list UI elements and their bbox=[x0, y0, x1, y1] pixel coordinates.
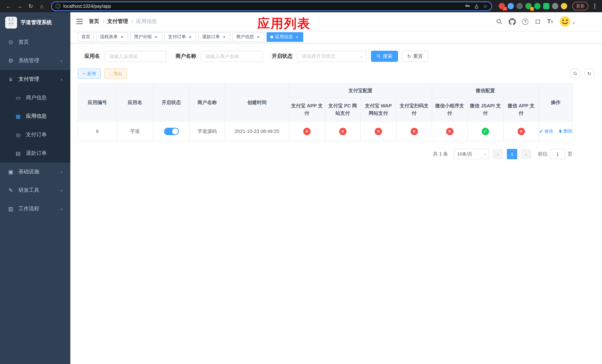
sidebar-item-infra[interactable]: ▣ 基础设施 ∨ bbox=[0, 162, 70, 181]
briefcase-icon: ▥ bbox=[7, 205, 14, 212]
goto-page-input[interactable] bbox=[550, 149, 565, 159]
sidebar-item-devtools[interactable]: ✎ 研发工具 ∨ bbox=[0, 181, 70, 200]
cell-alipay-app: × bbox=[289, 121, 325, 141]
page-size-select[interactable]: 10条/页 ∨ bbox=[454, 149, 489, 159]
tab-home[interactable]: 首页 bbox=[78, 32, 94, 42]
bookmark-star-icon[interactable]: ☆ bbox=[483, 3, 488, 9]
font-size-icon[interactable]: TT bbox=[547, 19, 553, 24]
header-actions: 操作 bbox=[539, 84, 573, 121]
close-icon[interactable]: × bbox=[119, 34, 124, 39]
cell-alipay-wap: × bbox=[360, 121, 396, 141]
extensions-pin-icon[interactable] bbox=[552, 3, 558, 9]
reload-icon[interactable]: ↻ bbox=[26, 2, 35, 11]
table-row: 6 芋道 芋道源码 2021-10-23 08:49:25 × × × × × bbox=[78, 121, 573, 141]
tab-merchant-info[interactable]: 商户信息× bbox=[233, 32, 264, 42]
navbar-actions: ? TT ▾ bbox=[496, 16, 596, 27]
refresh-button[interactable]: ↻ bbox=[584, 68, 595, 79]
header-app-name: 应用名 bbox=[117, 84, 153, 121]
delete-link[interactable]: 删除 bbox=[558, 128, 572, 134]
gear-icon: ⚙ bbox=[7, 57, 14, 64]
header-group-alipay: 支付宝配置 bbox=[289, 84, 432, 97]
home-icon[interactable]: ⌂ bbox=[37, 2, 47, 11]
sidebar-toggle-icon[interactable] bbox=[76, 19, 83, 24]
tab-pay-orders[interactable]: 支付订单× bbox=[164, 32, 196, 42]
ext-icon-5[interactable] bbox=[534, 3, 540, 9]
profile-avatar-icon[interactable] bbox=[561, 3, 567, 9]
browser-update-button[interactable]: 更新 bbox=[572, 2, 588, 10]
page-number-active[interactable]: 1 bbox=[507, 149, 517, 159]
next-page-button[interactable]: › bbox=[521, 149, 531, 159]
edit-link[interactable]: 修改 bbox=[539, 128, 553, 134]
status-select[interactable]: 请选择开启状态 ∨ bbox=[297, 51, 366, 62]
site-info-icon[interactable]: i bbox=[55, 4, 60, 9]
cell-wechat-jsapi: ✓ bbox=[467, 121, 503, 141]
reset-button[interactable]: ↻ 重置 bbox=[402, 51, 428, 62]
tab-label: 商户信息 bbox=[236, 34, 254, 40]
tab-process-form[interactable]: 流程表单× bbox=[96, 32, 128, 42]
user-menu[interactable]: ▾ bbox=[559, 16, 575, 27]
fullscreen-icon[interactable] bbox=[535, 18, 541, 25]
cell-wechat-app: × bbox=[503, 121, 539, 141]
sidebar-item-pay[interactable]: ¥ 支付管理 ∧ bbox=[0, 70, 70, 88]
sidebar-item-home[interactable]: ⊙ 首页 bbox=[0, 33, 70, 52]
plus-icon: + bbox=[83, 71, 85, 76]
sidebar-item-merchant-info[interactable]: ▭ 商户信息 bbox=[0, 88, 70, 107]
url-text[interactable]: localhost:1024/pay/app bbox=[63, 3, 462, 9]
header-alipay-app: 支付宝 APP 支付 bbox=[289, 97, 325, 121]
ext-icon-2[interactable] bbox=[508, 3, 514, 9]
sidebar-item-refund-orders[interactable]: ▤ 退款订单 bbox=[0, 144, 70, 162]
close-icon[interactable]: × bbox=[222, 34, 226, 39]
close-icon[interactable]: × bbox=[188, 34, 193, 39]
tab-user-group[interactable]: 用户分组× bbox=[130, 32, 162, 42]
close-icon[interactable]: × bbox=[295, 34, 300, 39]
dashboard-icon: ⊙ bbox=[7, 39, 14, 45]
sidebar-item-workflow[interactable]: ▥ 工作流程 ∨ bbox=[0, 200, 70, 218]
edit-link-label: 修改 bbox=[544, 128, 553, 134]
address-bar[interactable]: i localhost:1024/pay/app ☆ bbox=[51, 1, 492, 11]
forward-icon[interactable]: → bbox=[15, 2, 24, 11]
ext-icon-3[interactable] bbox=[516, 3, 523, 9]
sidebar-item-system[interactable]: ⚙ 系统管理 ∨ bbox=[0, 52, 70, 70]
status-toggle[interactable] bbox=[164, 128, 179, 135]
export-button[interactable]: ↓ 导出 bbox=[104, 68, 127, 79]
browser-menu-icon[interactable] bbox=[593, 2, 597, 10]
toggle-search-button[interactable] bbox=[570, 68, 580, 79]
search-button[interactable]: 搜索 bbox=[371, 51, 398, 62]
add-button[interactable]: + 新增 bbox=[78, 68, 101, 79]
avatar bbox=[559, 16, 570, 27]
breadcrumb-pay[interactable]: 支付管理 bbox=[107, 18, 128, 25]
back-icon[interactable]: ← bbox=[4, 2, 13, 11]
sidebar-item-app-info[interactable]: ▦ 应用信息 bbox=[0, 107, 70, 126]
sidebar-item-label: 系统管理 bbox=[19, 57, 39, 64]
tab-app-info[interactable]: 应用信息× bbox=[267, 32, 303, 42]
help-icon[interactable]: ? bbox=[522, 18, 528, 25]
sidebar-logo[interactable]: 芋道管理系统 bbox=[0, 12, 70, 33]
extensions-area: 10 1 bbox=[499, 3, 567, 9]
cell-merchant: 芋道源码 bbox=[189, 121, 225, 141]
app-name-input[interactable] bbox=[104, 51, 167, 62]
close-icon[interactable]: × bbox=[154, 34, 159, 39]
tab-label: 用户分组 bbox=[134, 34, 152, 40]
merchant-name-input[interactable] bbox=[201, 51, 263, 62]
refresh-icon: ↻ bbox=[587, 71, 591, 76]
ext-icon-4[interactable]: 1 bbox=[525, 3, 532, 9]
sidebar: 芋道管理系统 ⊙ 首页 ⚙ 系统管理 ∨ ¥ 支付管理 ∧ ▭ 商户信息 bbox=[0, 12, 70, 364]
close-icon[interactable]: × bbox=[256, 34, 261, 39]
header-created: 创建时间 bbox=[225, 84, 289, 121]
search-icon[interactable] bbox=[496, 18, 502, 25]
prev-page-button[interactable]: ‹ bbox=[493, 149, 503, 159]
chevron-down-icon: ∨ bbox=[60, 207, 63, 211]
password-key-icon[interactable] bbox=[465, 3, 470, 9]
breadcrumb-home[interactable]: 首页 bbox=[89, 18, 99, 25]
app-shell: 芋道管理系统 ⊙ 首页 ⚙ 系统管理 ∨ ¥ 支付管理 ∧ ▭ 商户信息 bbox=[0, 12, 602, 364]
status-label: 开启状态 bbox=[272, 53, 292, 60]
sidebar-item-pay-orders[interactable]: ◎ 支付订单 bbox=[0, 126, 70, 144]
page-suffix-label: 页 bbox=[568, 151, 572, 157]
share-icon[interactable] bbox=[474, 3, 479, 9]
tab-refund-orders[interactable]: 退款订单× bbox=[198, 32, 230, 42]
header-alipay-qr: 支付宝扫码支付 bbox=[396, 97, 432, 121]
github-icon[interactable] bbox=[509, 18, 516, 25]
ext-icon-6[interactable] bbox=[543, 3, 549, 9]
chevron-down-icon: ∨ bbox=[360, 55, 363, 58]
ext-icon-1[interactable]: 10 bbox=[499, 3, 505, 9]
